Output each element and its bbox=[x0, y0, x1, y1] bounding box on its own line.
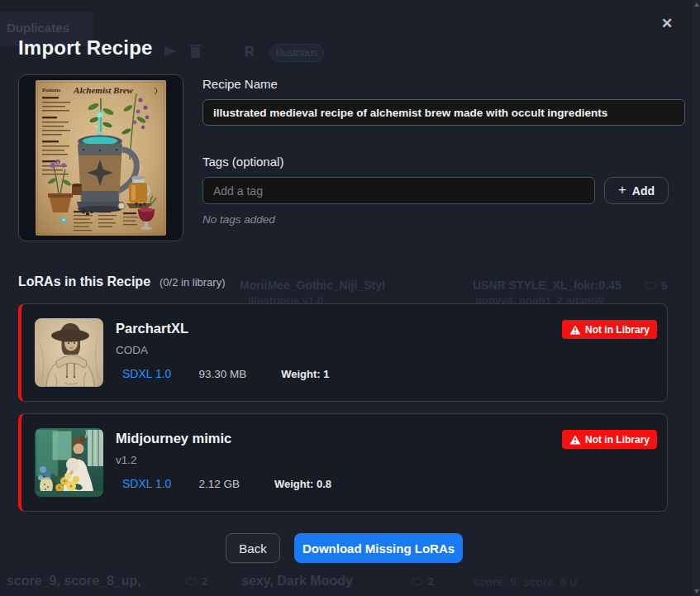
warning-icon bbox=[569, 325, 581, 335]
lora-card: ParchartXL CODA SDXL 1.0 93.30 MB Weight… bbox=[18, 303, 668, 402]
lora-file-size: 93.30 MB bbox=[198, 368, 246, 380]
lora-thumbnail bbox=[35, 428, 103, 497]
loras-heading-text: LoRAs in this Recipe bbox=[18, 274, 150, 289]
eye-icon bbox=[645, 282, 656, 289]
lora-name: ParchartXL bbox=[116, 321, 188, 336]
scrollbar[interactable] bbox=[693, 0, 700, 596]
base-model-link[interactable]: SDXL 1.0 bbox=[122, 367, 171, 380]
lora-version: v1.2 bbox=[116, 454, 137, 466]
background-model-pill: Illustrious bbox=[269, 44, 324, 62]
lora-version: CODA bbox=[116, 344, 148, 356]
background-tags-text: score_9, score_8 u bbox=[473, 575, 577, 589]
badge-label: Not in Library bbox=[585, 434, 650, 446]
add-tag-button[interactable]: + Add bbox=[604, 177, 669, 204]
lora-weight: Weight: 1 bbox=[281, 368, 329, 380]
scroll-down-arrow-icon[interactable] bbox=[694, 589, 699, 594]
close-icon[interactable]: ✕ bbox=[656, 13, 678, 35]
recipe-name-label: Recipe Name bbox=[202, 77, 278, 91]
page-title: Import Recipe bbox=[18, 36, 153, 60]
background-tags-text: score_9, score_8_up, bbox=[7, 574, 141, 589]
svg-text:Potions: Potions bbox=[42, 87, 60, 93]
background-view-count: 2 bbox=[202, 575, 207, 588]
lora-weight: Weight: 0.8 bbox=[274, 478, 331, 490]
tags-label: Tags (optional) bbox=[202, 155, 283, 169]
recipe-thumbnail: Alchemist Brew Potions bbox=[18, 74, 183, 241]
badge-label: Not in Library bbox=[585, 324, 650, 336]
lora-meta-row: SDXL 1.0 93.30 MB Weight: 1 bbox=[122, 367, 329, 380]
send-icon bbox=[164, 46, 176, 56]
alchemist-brew-illustration: Alchemist Brew Potions bbox=[36, 80, 166, 236]
back-button[interactable]: Back bbox=[226, 533, 280, 563]
background-duplicates-label: Duplicates bbox=[7, 21, 69, 35]
loras-library-count: (0/2 in library) bbox=[160, 276, 225, 288]
plus-icon: + bbox=[618, 182, 626, 198]
tag-input[interactable] bbox=[202, 177, 595, 204]
warning-icon bbox=[569, 435, 581, 445]
background-tags-text: sexy, Dark Moody bbox=[241, 574, 353, 589]
background-card-title: USNR STYLE_XL_lokr:0.45 bbox=[473, 279, 621, 292]
background-r-label: R bbox=[245, 45, 255, 60]
svg-text:Alchemist Brew: Alchemist Brew bbox=[73, 85, 133, 95]
not-in-library-badge: Not in Library bbox=[562, 320, 657, 339]
background-view-count: 2 bbox=[428, 575, 434, 588]
lora-file-size: 2.12 GB bbox=[198, 478, 240, 490]
background-card-title: MoriiMee_Gothic_Niji_Styl bbox=[240, 279, 385, 292]
lora-thumbnail bbox=[35, 318, 103, 387]
lora-name: Midjourney mimic bbox=[116, 431, 231, 446]
download-missing-loras-button[interactable]: Download Missing LoRAs bbox=[294, 533, 463, 563]
base-model-link[interactable]: SDXL 1.0 bbox=[122, 477, 171, 490]
lora-meta-row: SDXL 1.0 2.12 GB Weight: 0.8 bbox=[122, 477, 331, 490]
not-in-library-badge: Not in Library bbox=[562, 430, 657, 449]
eye-icon bbox=[185, 578, 197, 585]
eye-icon bbox=[412, 578, 423, 585]
add-tag-button-label: Add bbox=[632, 184, 655, 198]
scroll-up-arrow-icon[interactable] bbox=[694, 2, 699, 7]
no-tags-text: No tags added bbox=[202, 213, 275, 226]
lora-card: Midjourney mimic v1.2 SDXL 1.0 2.12 GB W… bbox=[18, 413, 668, 512]
background-view-count: 5 bbox=[661, 279, 667, 292]
trash-icon bbox=[191, 47, 200, 58]
loras-section-heading: LoRAs in this Recipe (0/2 in library) bbox=[18, 274, 226, 289]
recipe-name-input[interactable] bbox=[202, 99, 685, 126]
